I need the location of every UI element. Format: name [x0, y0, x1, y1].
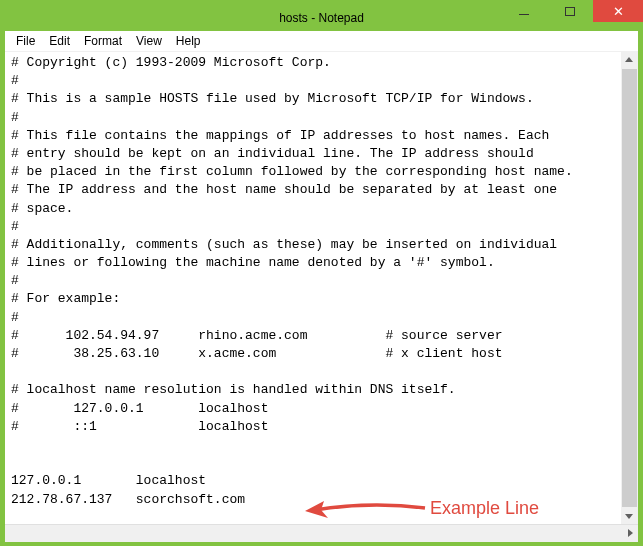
menu-format[interactable]: Format — [77, 32, 129, 50]
maximize-icon — [565, 7, 575, 16]
notepad-window: hosts - Notepad ✕ File Edit Format View … — [0, 0, 643, 546]
menu-help[interactable]: Help — [169, 32, 208, 50]
scroll-thumb[interactable] — [622, 69, 637, 507]
scroll-right-icon — [628, 529, 633, 537]
editor-textarea[interactable]: # Copyright (c) 1993-2009 Microsoft Corp… — [5, 52, 638, 524]
scroll-left-icon — [10, 529, 15, 537]
close-button[interactable]: ✕ — [593, 0, 643, 22]
horizontal-scrollbar[interactable] — [5, 524, 638, 541]
scroll-up-icon — [625, 57, 633, 62]
minimize-icon — [519, 14, 529, 15]
editor-area: # Copyright (c) 1993-2009 Microsoft Corp… — [5, 52, 638, 524]
maximize-button[interactable] — [547, 0, 593, 22]
minimize-button[interactable] — [501, 0, 547, 22]
close-icon: ✕ — [613, 5, 624, 18]
menu-view[interactable]: View — [129, 32, 169, 50]
vertical-scrollbar[interactable] — [621, 52, 638, 524]
menubar: File Edit Format View Help — [5, 31, 638, 52]
annotation-arrow-icon — [300, 496, 430, 524]
titlebar[interactable]: hosts - Notepad ✕ — [5, 5, 638, 31]
menu-edit[interactable]: Edit — [42, 32, 77, 50]
window-controls: ✕ — [501, 0, 643, 24]
menu-file[interactable]: File — [9, 32, 42, 50]
scroll-down-icon — [625, 514, 633, 519]
